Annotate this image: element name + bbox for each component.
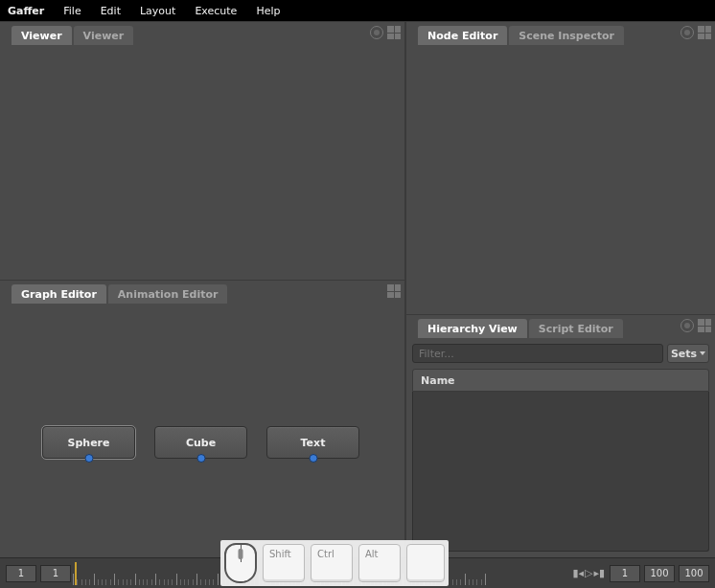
screencast-overlay: Shift Ctrl Alt — [220, 540, 449, 586]
tab-viewer-inactive[interactable]: Viewer — [74, 26, 134, 45]
prev-key-icon[interactable]: ▮◂ — [572, 567, 584, 579]
pin-icon[interactable] — [680, 319, 694, 332]
current-frame-field[interactable]: 1 — [610, 565, 640, 582]
output-port-icon[interactable] — [84, 454, 93, 463]
menu-bar: Gaffer File Edit Layout Execute Help — [0, 0, 715, 21]
node-sphere[interactable]: Sphere — [42, 426, 135, 459]
key-blank — [406, 544, 445, 582]
play-icon[interactable]: ▷ — [585, 567, 592, 579]
graph-editor-tabbar: Graph Editor Animation Editor — [0, 281, 404, 304]
mouse-icon — [224, 543, 257, 583]
node-label: Text — [301, 437, 326, 449]
sets-label: Sets — [671, 348, 697, 360]
layout-grid-icon[interactable] — [387, 284, 401, 298]
tab-node-editor[interactable]: Node Editor — [418, 26, 507, 45]
graph-editor-panel: Graph Editor Animation Editor Sphere Cub… — [0, 280, 406, 557]
pin-icon[interactable] — [680, 26, 694, 39]
end-range-field[interactable]: 100 — [679, 565, 709, 582]
menu-edit[interactable]: Edit — [101, 5, 121, 17]
node-editor-tabbar: Node Editor Scene Inspector — [406, 22, 715, 45]
output-port-icon[interactable] — [309, 454, 317, 463]
start-range-field[interactable]: 1 — [6, 565, 36, 582]
node-text[interactable]: Text — [266, 426, 359, 459]
start-frame-field[interactable]: 1 — [40, 565, 71, 582]
key-ctrl: Ctrl — [311, 544, 353, 582]
layout-grid-icon[interactable] — [698, 319, 711, 332]
key-shift: Shift — [263, 544, 305, 582]
node-editor-lower-area — [406, 280, 715, 314]
graph-editor-body[interactable]: Sphere Cube Text — [0, 304, 404, 557]
menu-execute[interactable]: Execute — [195, 5, 237, 17]
viewer-panel: Viewer Viewer — [0, 21, 406, 280]
tab-scene-inspector[interactable]: Scene Inspector — [509, 26, 624, 45]
output-port-icon[interactable] — [196, 454, 205, 463]
app-name: Gaffer — [8, 5, 44, 17]
tab-animation-editor[interactable]: Animation Editor — [108, 284, 228, 304]
node-editor-panel: Node Editor Scene Inspector — [406, 21, 715, 280]
node-cube[interactable]: Cube — [154, 426, 247, 459]
layout-grid-icon[interactable] — [698, 26, 711, 39]
filter-input[interactable] — [412, 344, 663, 363]
menu-help[interactable]: Help — [256, 5, 280, 17]
tab-hierarchy-view[interactable]: Hierarchy View — [418, 319, 527, 338]
layout-grid-icon[interactable] — [387, 26, 401, 39]
tab-graph-editor[interactable]: Graph Editor — [12, 284, 106, 304]
menu-file[interactable]: File — [63, 5, 81, 17]
menu-layout[interactable]: Layout — [140, 5, 175, 17]
hierarchy-name-header[interactable]: Name — [412, 369, 709, 392]
tab-viewer-active[interactable]: Viewer — [12, 26, 72, 45]
node-label: Sphere — [68, 437, 110, 449]
playback-controls: ▮◂ ▷ ▸▮ — [572, 567, 605, 579]
node-label: Cube — [186, 437, 216, 449]
sets-dropdown[interactable]: Sets — [667, 344, 709, 363]
hierarchy-tabbar: Hierarchy View Script Editor — [406, 315, 715, 338]
next-key-icon[interactable]: ▸▮ — [593, 567, 605, 579]
tab-script-editor[interactable]: Script Editor — [529, 319, 623, 338]
end-frame-field[interactable]: 100 — [644, 565, 675, 582]
hierarchy-panel: Hierarchy View Script Editor Sets Name — [406, 314, 715, 557]
pin-icon[interactable] — [370, 26, 383, 39]
viewer-tabbar: Viewer Viewer — [0, 22, 404, 45]
key-alt: Alt — [358, 544, 401, 582]
chevron-down-icon — [700, 351, 705, 355]
hierarchy-tree[interactable] — [412, 392, 709, 552]
